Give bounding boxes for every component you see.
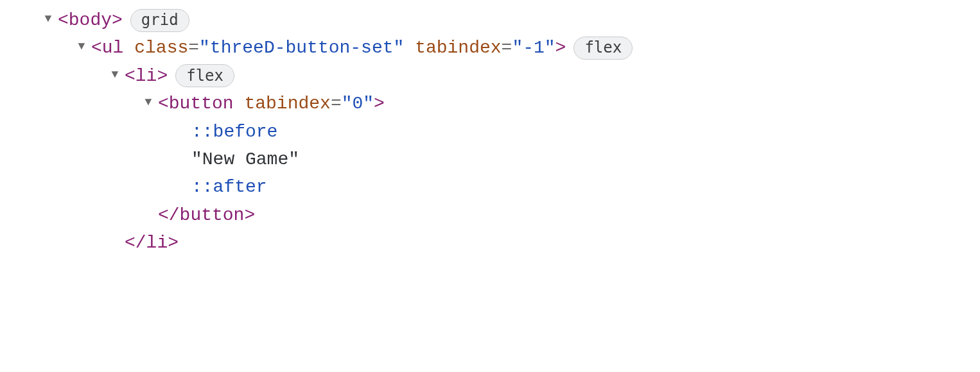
layout-badge-flex[interactable]: flex: [175, 64, 234, 87]
attr-name-tabindex: tabindex: [415, 34, 501, 62]
attr-eq: =: [331, 90, 342, 117]
tree-row-textnode[interactable]: ▼ "New Game": [40, 146, 980, 173]
tree-row-button-close[interactable]: ▼ </button>: [40, 201, 980, 229]
tag-open-body: <body>: [58, 6, 123, 34]
attr-value-tabindex: "0": [342, 90, 374, 117]
attr-name-tabindex: tabindex: [244, 90, 330, 117]
tree-row-button[interactable]: ▼ < button tabindex = "0" >: [40, 90, 980, 117]
tag-angle-open: <: [158, 90, 169, 117]
attr-eq: =: [502, 34, 512, 62]
chevron-down-icon[interactable]: ▼: [140, 94, 157, 112]
attr-eq: =: [188, 34, 199, 62]
layout-badge-grid[interactable]: grid: [130, 9, 189, 32]
tree-row-ul[interactable]: ▼ < ul class = "threeD-button-set" tabin…: [40, 34, 980, 62]
chevron-down-icon[interactable]: ▼: [107, 66, 123, 84]
pseudo-after: ::after: [191, 173, 267, 201]
tag-angle-open: <: [91, 34, 102, 62]
chevron-down-icon[interactable]: ▼: [40, 10, 57, 28]
tag-close-li: </li>: [125, 229, 179, 257]
tag-name-ul: ul: [102, 34, 124, 62]
attr-value-tabindex: "-1": [512, 34, 555, 62]
pseudo-before: ::before: [191, 118, 277, 146]
tag-angle-close: >: [374, 90, 385, 117]
tree-row-li-close[interactable]: ▼ </li>: [40, 229, 980, 257]
tree-row-pseudo-after[interactable]: ▼ ::after: [40, 173, 980, 201]
dom-tree: ▼ <body> grid ▼ < ul class = "threeD-but…: [0, 0, 980, 257]
tag-open-li: <li>: [125, 62, 168, 90]
tree-row-li[interactable]: ▼ <li> flex: [40, 62, 980, 90]
tag-name-button: button: [169, 90, 234, 117]
attr-name-class: class: [134, 34, 188, 62]
tree-row-pseudo-before[interactable]: ▼ ::before: [40, 118, 980, 146]
attr-value-class: "threeD-button-set": [199, 34, 404, 62]
text-node-new-game: "New Game": [191, 146, 299, 173]
tree-row-body[interactable]: ▼ <body> grid: [40, 6, 980, 34]
layout-badge-flex[interactable]: flex: [573, 37, 633, 60]
tag-close-button: </button>: [158, 201, 255, 229]
chevron-down-icon[interactable]: ▼: [73, 38, 90, 56]
tag-angle-close: >: [556, 34, 566, 62]
